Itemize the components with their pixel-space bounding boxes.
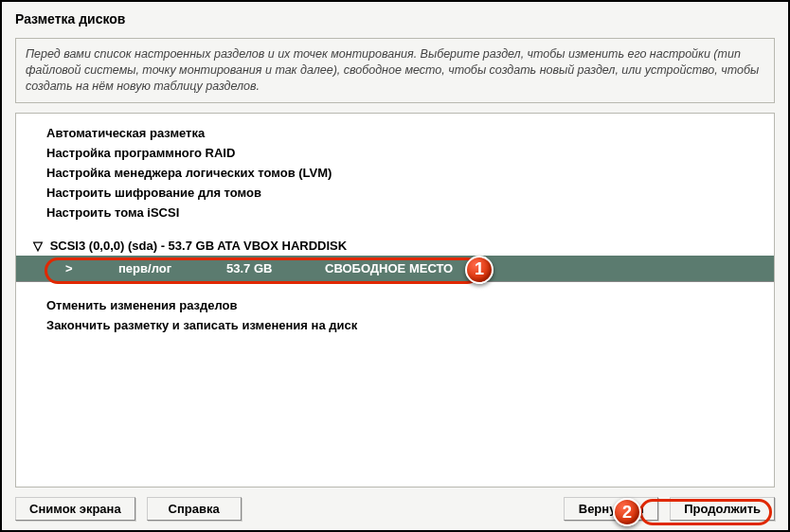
separator <box>16 282 774 295</box>
disk-label: SCSI3 (0,0,0) (sda) - 53.7 GB ATA VBOX H… <box>50 239 348 253</box>
partition-window: Разметка дисков Перед вами список настро… <box>0 0 790 532</box>
menu-software-raid[interactable]: Настройка программного RAID <box>16 143 774 163</box>
screenshot-button[interactable]: Снимок экрана <box>15 497 135 521</box>
bottom-toolbar: Снимок экрана Справка Вернуться Продолжи… <box>2 488 788 530</box>
back-button[interactable]: Вернуться <box>564 497 658 521</box>
menu-undo-changes[interactable]: Отменить изменения разделов <box>16 295 774 315</box>
help-button[interactable]: Справка <box>147 497 242 521</box>
menu-encrypt-volumes[interactable]: Настроить шифрование для томов <box>16 183 774 203</box>
partition-type: перв/лог <box>118 261 204 275</box>
description-text: Перед вами список настроенных разделов и… <box>15 38 775 103</box>
partition-free-space[interactable]: > перв/лог 53.7 GB СВОБОДНОЕ МЕСТО <box>16 256 774 282</box>
menu-auto-partition[interactable]: Автоматическая разметка <box>16 123 774 143</box>
menu-finish-partition[interactable]: Закончить разметку и записать изменения … <box>16 315 774 335</box>
disk-header[interactable]: ▽ SCSI3 (0,0,0) (sda) - 53.7 GB ATA VBOX… <box>16 236 774 256</box>
spacer <box>253 497 553 521</box>
menu-iscsi[interactable]: Настроить тома iSCSI <box>16 203 774 222</box>
chevron-icon: > <box>65 261 73 275</box>
separator <box>16 222 774 236</box>
window-title: Разметка дисков <box>2 2 788 34</box>
continue-button[interactable]: Продолжить <box>670 497 775 521</box>
partition-size: 53.7 GB <box>226 261 302 275</box>
expand-icon: ▽ <box>33 239 45 253</box>
menu-lvm[interactable]: Настройка менеджера логических томов (LV… <box>16 163 774 183</box>
partition-list: Автоматическая разметка Настройка програ… <box>15 113 775 488</box>
badge-2: 2 <box>613 498 641 526</box>
badge-1: 1 <box>465 256 494 284</box>
partition-status: СВОБОДНОЕ МЕСТО <box>325 261 453 275</box>
